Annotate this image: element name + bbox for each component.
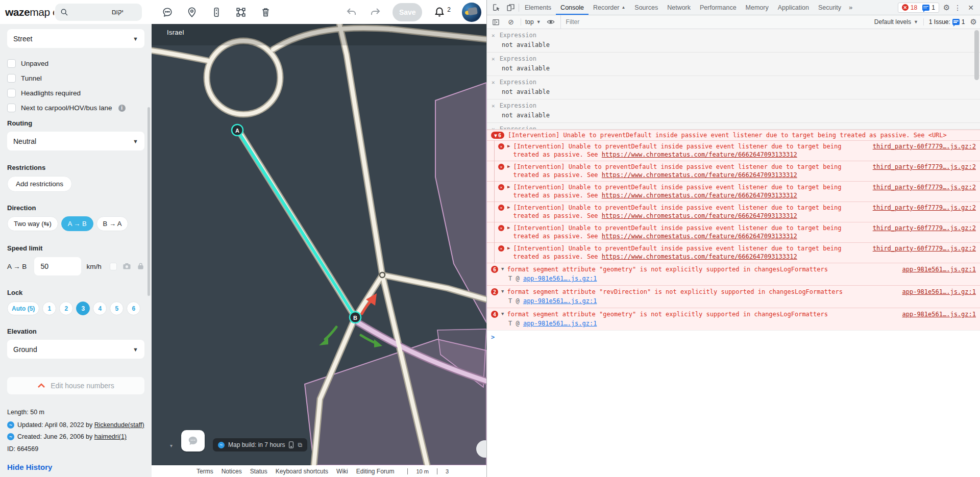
console-group-header[interactable]: ▼6 [Intervention] Unable to preventDefau… — [487, 130, 980, 140]
live-expression-eye-icon[interactable] — [545, 18, 556, 26]
chromestatus-link[interactable]: https://www.chromestatus.com/feature/666… — [602, 151, 797, 158]
source-link[interactable]: third_party-60f7779….js.gz:2 — [873, 204, 976, 212]
group-count-badge[interactable]: ▼6 — [491, 132, 504, 139]
tab-recorder[interactable]: Recorder▲ — [589, 0, 630, 15]
checkbox-tunnel[interactable]: Tunnel — [7, 74, 144, 83]
undo-icon[interactable] — [346, 6, 358, 18]
chromestatus-link[interactable]: https://www.chromestatus.com/feature/666… — [602, 192, 797, 199]
external-link-icon[interactable]: ⧉ — [298, 441, 302, 448]
remove-expression-icon[interactable]: ✕ — [492, 103, 495, 109]
chromestatus-link[interactable]: https://www.chromestatus.com/feature/666… — [602, 212, 797, 219]
tab-console[interactable]: Console — [556, 0, 589, 15]
lock-level-5[interactable]: 5 — [110, 302, 124, 315]
trace-source-link[interactable]: app-981e561….js.gz:1 — [523, 297, 597, 305]
edit-house-numbers-button[interactable]: Edit house numbers — [7, 377, 144, 394]
chromestatus-link[interactable]: https://www.chromestatus.com/feature/666… — [602, 171, 797, 179]
more-options-icon[interactable]: ⋮ — [954, 4, 962, 12]
checkbox-unpaved[interactable]: Unpaved — [7, 59, 144, 68]
elevation-select[interactable]: Ground▼ — [7, 340, 144, 359]
footer-link-shortcuts[interactable]: Keyboard shortcuts — [276, 468, 328, 475]
notifications[interactable]: 2 — [433, 6, 451, 18]
search-box[interactable] — [55, 4, 142, 21]
log-levels-dropdown[interactable]: Default levels▼ — [874, 18, 918, 26]
tab-network[interactable]: Network — [663, 0, 695, 15]
source-link[interactable]: third_party-60f7779….js.gz:2 — [873, 183, 976, 191]
collapse-caret-icon[interactable]: ▼ — [501, 289, 504, 294]
junction-select-icon[interactable] — [235, 6, 247, 18]
direction-two-way[interactable]: Two way (⇆) — [7, 216, 58, 231]
issues-badge[interactable]: 1 — [922, 4, 935, 11]
road-segment-icon[interactable] — [210, 6, 223, 18]
remove-expression-icon[interactable]: ✕ — [492, 126, 495, 130]
street-type-select[interactable]: Street▼ — [7, 29, 144, 48]
trace-source-link[interactable]: app-981e561….js.gz:1 — [523, 275, 597, 282]
checkbox-icon[interactable] — [7, 74, 16, 83]
lock-level-1[interactable]: 1 — [42, 302, 56, 315]
expand-caret-icon[interactable]: ▶ — [507, 205, 510, 210]
map-canvas[interactable]: A B Israel ▾ ~ Map build: in 7 hours ⧉ T… — [152, 24, 486, 477]
issues-counter[interactable]: 1 Issue:1 — [929, 18, 965, 26]
speed-limit-input[interactable] — [34, 257, 81, 275]
lock-level-6[interactable]: 6 — [127, 302, 140, 315]
expand-caret-icon[interactable]: ▶ — [507, 143, 510, 148]
remove-expression-icon[interactable]: ✕ — [492, 56, 495, 62]
source-link[interactable]: app-981e561….js.gz:1 — [902, 265, 976, 273]
sidebar-scrollbar[interactable] — [148, 107, 150, 296]
context-selector[interactable]: top▼ — [525, 18, 541, 26]
tab-elements[interactable]: Elements — [520, 0, 556, 15]
remove-expression-icon[interactable]: ✕ — [492, 79, 495, 86]
expand-caret-icon[interactable]: ▶ — [507, 245, 510, 250]
search-input[interactable] — [72, 8, 124, 16]
footer-link-forum[interactable]: Editing Forum — [356, 468, 395, 475]
map-build-toast[interactable]: ~ Map build: in 7 hours ⧉ — [213, 438, 307, 451]
device-toolbar-icon[interactable] — [503, 0, 518, 15]
collapse-caret-icon[interactable]: ▼ — [501, 311, 504, 316]
chromestatus-link[interactable]: https://www.chromestatus.com/feature/666… — [602, 233, 797, 240]
more-tabs-icon[interactable]: » — [846, 0, 855, 15]
checkbox-headlights[interactable]: Headlights required — [7, 89, 144, 97]
clear-console-icon[interactable]: ⊘ — [505, 18, 517, 26]
hide-history-link[interactable]: Hide History — [7, 463, 52, 471]
waze-logo[interactable]: wazemap e — [5, 6, 54, 18]
source-link[interactable]: app-981e561….js.gz:1 — [902, 288, 976, 296]
footer-link-wiki[interactable]: Wiki — [336, 468, 348, 475]
collapse-arrow-icon[interactable]: ▾ — [170, 443, 173, 448]
chat-icon[interactable] — [161, 6, 174, 18]
phone-icon[interactable] — [288, 441, 294, 448]
avatar[interactable] — [462, 3, 481, 22]
footer-link-terms[interactable]: Terms — [197, 468, 213, 475]
console-sidebar-icon[interactable] — [490, 18, 501, 26]
checkbox-carpool[interactable]: Next to carpool/HOV/bus lanei — [7, 104, 144, 112]
tab-memory[interactable]: Memory — [741, 0, 773, 15]
chromestatus-link[interactable]: https://www.chromestatus.com/feature/666… — [602, 253, 797, 260]
place-pin-icon[interactable] — [186, 6, 198, 18]
source-link[interactable]: third_party-60f7779….js.gz:2 — [873, 224, 976, 232]
direction-a-to-b[interactable]: A → B — [61, 216, 93, 231]
save-button[interactable]: Save — [393, 3, 422, 21]
info-icon[interactable]: i — [118, 105, 126, 112]
settings-gear-icon[interactable]: ⚙ — [943, 3, 950, 12]
inspect-element-icon[interactable] — [489, 0, 503, 15]
console-filter-input[interactable]: Filter — [560, 15, 870, 29]
redo-icon[interactable] — [369, 6, 381, 18]
close-devtools-icon[interactable]: ✕ — [966, 4, 976, 12]
console-settings-icon[interactable]: ⚙ — [970, 17, 977, 27]
collapse-caret-icon[interactable]: ▼ — [501, 266, 504, 271]
checkbox-icon[interactable] — [7, 104, 16, 112]
source-link[interactable]: third_party-60f7779….js.gz:2 — [873, 142, 976, 150]
expand-caret-icon[interactable]: ▶ — [507, 164, 510, 169]
direction-b-to-a[interactable]: B → A — [96, 216, 129, 231]
checkbox-icon[interactable] — [7, 59, 16, 68]
routing-select[interactable]: Neutral▼ — [7, 132, 144, 150]
tab-application[interactable]: Application — [773, 0, 814, 15]
created-user-link[interactable]: haimedri(1) — [94, 433, 127, 440]
footer-link-status[interactable]: Status — [250, 468, 267, 475]
tab-performance[interactable]: Performance — [695, 0, 741, 15]
delete-trash-icon[interactable] — [259, 6, 272, 18]
lock-level-4[interactable]: 4 — [93, 302, 107, 315]
lock-level-3[interactable]: 3 — [76, 302, 90, 315]
remove-expression-icon[interactable]: ✕ — [492, 32, 495, 39]
lock-level-2[interactable]: 2 — [59, 302, 73, 315]
tab-security[interactable]: Security — [814, 0, 846, 15]
trace-source-link[interactable]: app-981e561….js.gz:1 — [523, 320, 597, 327]
